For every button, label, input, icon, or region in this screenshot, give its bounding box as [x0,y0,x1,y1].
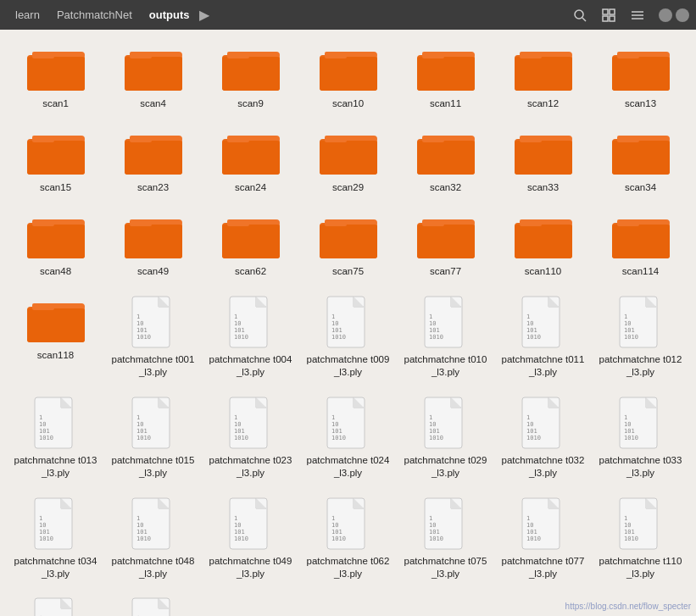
folder-icon [610,127,671,178]
file-item[interactable]: 1 10 101 1010 patchmatchne t013_l3.ply [8,391,103,485]
file-item[interactable]: 1 10 101 1010 patchmatchne t062_l3.ply [301,491,395,585]
svg-rect-24 [325,52,347,58]
minimize-button[interactable] [659,8,672,22]
breadcrumb-outputs[interactable]: outputs [141,5,198,25]
file-label: scan33 [527,181,559,194]
folder-item[interactable]: scan49 [106,206,200,283]
svg-text:1: 1 [624,414,627,421]
folder-item[interactable]: scan33 [496,122,590,199]
file-item[interactable]: 1 10 101 1010 patchmatchne t075_l3.ply [398,491,493,585]
file-label: patchmatchne t034_l3.ply [12,555,99,580]
folder-item[interactable]: scan13 [593,38,688,115]
folder-item[interactable]: scan10 [301,38,395,115]
svg-text:1010: 1010 [39,435,53,441]
folder-item[interactable]: scan4 [106,38,200,115]
file-item[interactable]: 1 10 101 1010 patchmatchne t110_l3.ply [593,491,688,585]
file-item[interactable]: 1 10 101 1010 patchmatchne t004_l3.ply [203,290,298,384]
folder-item[interactable]: scan15 [8,122,103,199]
search-button[interactable] [567,3,593,27]
file-label: patchmatchne t048_l3.ply [109,555,197,580]
svg-text:101: 101 [136,428,148,435]
file-item[interactable]: 1 10 101 1010 patchmatchne t048_l3.ply [106,491,200,585]
file-item[interactable]: 1 10 101 1010 patchmatchne t032_l3.ply [496,391,590,485]
ply-file-icon: 1 10 101 1010 [227,497,274,552]
ply-file-icon: 1 10 101 1010 [520,497,566,552]
folder-item[interactable]: scan48 [8,206,103,283]
file-item[interactable]: 1 10 101 1010 patchmatchne t009_l3.ply [301,290,395,384]
svg-text:10: 10 [429,320,436,327]
folder-icon [25,43,86,94]
folder-item[interactable]: scan32 [398,122,493,199]
svg-text:101: 101 [136,327,148,334]
file-item[interactable]: 1 10 101 1010 patchmatchne t015_l3.ply [106,391,200,485]
svg-text:1: 1 [526,515,530,522]
hamburger-icon [631,8,644,22]
svg-text:1010: 1010 [429,435,443,441]
folder-item[interactable]: scan62 [203,206,298,283]
svg-text:1010: 1010 [331,536,346,542]
svg-text:101: 101 [39,529,50,536]
svg-text:10: 10 [526,320,533,327]
view-toggle-button[interactable] [596,3,621,27]
svg-rect-15 [125,57,182,91]
folder-icon [415,127,476,178]
file-item[interactable]: 1 10 101 1010 patchmatchne t010_l3.ply [398,290,493,384]
folder-item[interactable]: scan34 [593,122,688,199]
file-item[interactable]: 1 10 101 1010 patchmatchne t024_l3.ply [301,391,395,485]
file-item[interactable]: 1 10 101 1010 patchmatchne t001_l3.ply [106,290,200,384]
svg-text:1: 1 [429,515,432,522]
file-item[interactable]: 1 10 101 1010 patchmatchne t077_l3.ply [496,491,590,585]
svg-text:1010: 1010 [136,334,151,341]
folder-item[interactable]: scan114 [593,206,688,283]
ply-file-icon: 1 10 101 1010 [32,597,79,616]
folder-icon [415,211,476,262]
svg-text:10: 10 [429,522,436,529]
folder-icon [25,127,86,178]
folder-item[interactable]: scan12 [496,38,590,115]
svg-text:101: 101 [526,428,537,435]
folder-item[interactable]: scan24 [203,122,298,199]
folder-item[interactable]: scan118 [8,290,103,384]
svg-text:1: 1 [429,414,432,421]
breadcrumb-learn[interactable]: learn [7,5,48,25]
file-label: patchmatchne t001_l3.ply [109,353,197,379]
file-item[interactable]: 1 10 101 1010 patchmatchne t023_l3.ply [203,391,298,485]
svg-text:10: 10 [136,320,143,327]
file-item[interactable]: 1 10 101 1010 patchmatchne t118_l3.ply [106,591,200,616]
file-item[interactable]: 1 10 101 1010 patchmatchne t033_l3.ply [593,391,688,485]
svg-text:101: 101 [234,327,245,334]
file-item[interactable]: 1 10 101 1010 patchmatchne t011_l3.ply [496,290,590,384]
breadcrumb-patchmatchnet[interactable]: PatchmatchNet [48,5,141,25]
svg-text:1010: 1010 [429,334,443,341]
ply-file-icon: 1 10 101 1010 [617,497,664,552]
folder-icon [220,211,281,262]
file-item[interactable]: 1 10 101 1010 patchmatchne t114_l3.ply [8,591,103,616]
svg-text:10: 10 [136,421,143,428]
file-label: scan10 [332,97,364,110]
menu-button[interactable] [625,3,650,27]
svg-rect-40 [32,136,54,142]
file-label: scan12 [527,97,559,110]
file-item[interactable]: 1 10 101 1010 patchmatchne t029_l3.ply [398,391,493,485]
maximize-button[interactable] [676,8,689,22]
file-label: patchmatchne t033_l3.ply [597,454,684,480]
folder-item[interactable]: scan77 [398,206,493,283]
ply-file-icon: 1 10 101 1010 [227,295,274,350]
folder-item[interactable]: scan75 [301,206,395,283]
svg-text:101: 101 [136,529,148,536]
folder-item[interactable]: scan29 [301,122,395,199]
folder-item[interactable]: scan11 [398,38,493,115]
file-item[interactable]: 1 10 101 1010 patchmatchne t034_l3.ply [8,491,103,585]
folder-item[interactable]: scan1 [8,38,103,115]
ply-file-icon: 1 10 101 1010 [130,597,176,616]
svg-text:1010: 1010 [624,536,638,542]
file-item[interactable]: 1 10 101 1010 patchmatchne t012_l3.ply [593,290,688,384]
file-label: patchmatchne t009_l3.ply [304,353,392,379]
svg-text:1010: 1010 [526,435,541,441]
svg-rect-28 [422,52,444,58]
folder-item[interactable]: scan9 [203,38,298,115]
folder-item[interactable]: scan110 [496,206,590,283]
svg-text:101: 101 [234,428,245,435]
file-item[interactable]: 1 10 101 1010 patchmatchne t049_l3.ply [203,491,298,585]
folder-item[interactable]: scan23 [106,122,200,199]
